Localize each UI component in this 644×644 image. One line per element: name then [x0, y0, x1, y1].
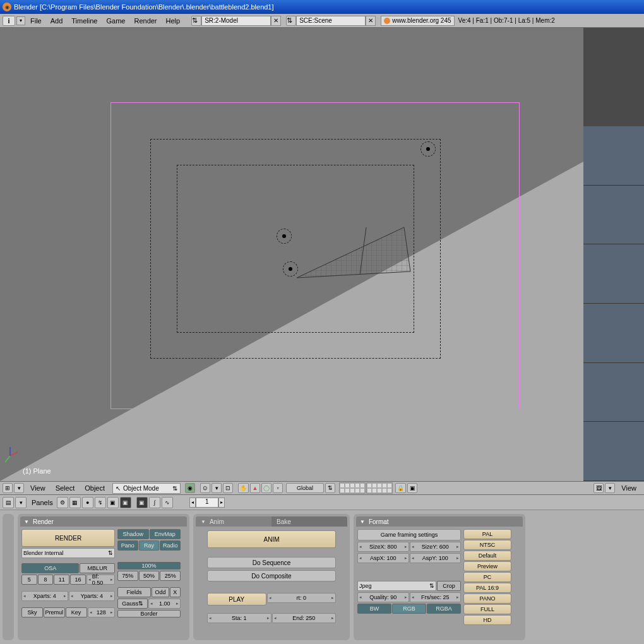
x-button[interactable]: X	[170, 587, 181, 597]
screen-close-icon[interactable]: ✕	[271, 16, 281, 26]
dropdown-icon[interactable]: ▾	[605, 483, 615, 493]
preset-hd[interactable]: HD	[463, 615, 511, 625]
rotate-icon[interactable]: ◯	[261, 483, 271, 493]
screen-selector[interactable]: ⇅ SR:2-Model ✕	[191, 16, 281, 26]
scale-icon[interactable]: ▫	[273, 483, 283, 493]
osa-button[interactable]: OSA	[21, 563, 79, 573]
render-context-icon[interactable]: ▣	[136, 497, 148, 508]
engine-selector[interactable]: Blender Internal⇅	[21, 548, 115, 558]
render-button[interactable]: RENDER	[21, 529, 115, 547]
scene-icon[interactable]: ▣	[120, 497, 131, 508]
odd-button[interactable]: Odd	[152, 587, 169, 597]
preset-preview[interactable]: Preview	[463, 561, 511, 571]
sound-context-icon[interactable]: ∿	[162, 497, 173, 508]
menu-view[interactable]: View	[30, 484, 45, 492]
script-icon[interactable]: ▦	[69, 497, 81, 508]
fields-button[interactable]: Fields	[117, 587, 151, 597]
tab-anim[interactable]: ▼Anim	[196, 516, 271, 527]
frame-next-icon[interactable]: ▸	[218, 498, 225, 508]
100pct-button[interactable]: 100%	[117, 562, 181, 569]
format-panel-header[interactable]: ▼Format	[356, 516, 523, 527]
bf-spinner[interactable]: Bf: 0.50	[86, 575, 115, 585]
tab-bake[interactable]: Bake	[271, 516, 347, 527]
preset-pano[interactable]: PANO	[463, 593, 511, 604]
window-type-icon[interactable]: ⊞	[3, 483, 13, 493]
preset-default[interactable]: Default	[463, 551, 511, 561]
rgba-button[interactable]: RGBA	[427, 604, 461, 614]
shading-icon[interactable]: ◉	[185, 483, 195, 493]
osa-11-button[interactable]: 11	[54, 575, 69, 585]
menu-select[interactable]: Select	[56, 484, 75, 492]
aspy-spinner[interactable]: AspY: 100	[410, 553, 462, 563]
shadow-button[interactable]: Shadow	[117, 529, 149, 539]
pivot-icon[interactable]: ⊙	[200, 483, 210, 493]
menu-add[interactable]: Add	[51, 17, 63, 25]
menu-game[interactable]: Game	[106, 17, 125, 25]
manipulator-icon[interactable]: ⊡	[223, 483, 233, 493]
menu-view-right[interactable]: View	[621, 484, 636, 492]
preset-ntsc[interactable]: NTSC	[463, 540, 511, 550]
do-sequence-button[interactable]: Do Sequence	[207, 557, 336, 568]
layer-buttons[interactable]	[339, 482, 393, 494]
dropdown-icon[interactable]: ▾	[16, 16, 25, 25]
aspx-spinner[interactable]: AspX: 100	[357, 553, 409, 563]
orientation-selector[interactable]: Global	[286, 483, 324, 493]
preset-pc[interactable]: PC	[463, 572, 511, 582]
ray-button[interactable]: Ray	[139, 540, 160, 551]
sta-spinner[interactable]: Sta: 1	[207, 613, 271, 623]
sizex-spinner[interactable]: SizeX: 800	[357, 542, 409, 552]
anim-context-icon[interactable]: ∫	[149, 497, 160, 508]
dropdown-icon[interactable]: ▾	[15, 497, 27, 508]
info-button[interactable]: i	[3, 16, 15, 26]
crop-button[interactable]: Crop	[437, 581, 461, 591]
blender-link[interactable]: www.blender.org 245	[381, 16, 454, 26]
dropdown-icon[interactable]: ⇅	[325, 483, 335, 493]
frame-prev-icon[interactable]: ◂	[189, 498, 196, 508]
scene-name[interactable]: SCE:Scene	[296, 16, 366, 26]
end-spinner[interactable]: End: 250	[272, 613, 337, 623]
shading-icon[interactable]: ●	[82, 497, 93, 508]
dropdown-icon[interactable]: ▾	[14, 483, 24, 493]
render-panel-header[interactable]: ▼Render	[20, 516, 187, 527]
yparts-spinner[interactable]: Yparts: 4	[69, 591, 116, 601]
osa-5-button[interactable]: 5	[21, 575, 37, 585]
lamp-marker[interactable]	[283, 261, 298, 277]
25pct-button[interactable]: 25%	[160, 571, 181, 581]
scene-browse-icon[interactable]: ⇅	[286, 16, 296, 26]
border-button[interactable]: Border	[117, 610, 181, 617]
mesh-plane[interactable]	[290, 215, 417, 290]
bw-button[interactable]: BW	[357, 604, 391, 614]
50pct-button[interactable]: 50%	[139, 571, 160, 581]
rgb-button[interactable]: RGB	[392, 604, 426, 614]
anim-button[interactable]: ANIM	[207, 530, 336, 548]
gauss-spinner[interactable]: 1.00	[148, 599, 181, 609]
osa-8-button[interactable]: 8	[38, 575, 54, 585]
render-border-icon[interactable]: ▣	[407, 483, 417, 493]
envmap-button[interactable]: EnvMap	[150, 529, 181, 539]
image-window-icon[interactable]: 🖼	[593, 483, 604, 493]
do-composite-button[interactable]: Do Composite	[207, 570, 336, 581]
viewport-3d[interactable]: (1) Plane	[0, 28, 583, 481]
xparts-spinner[interactable]: Xparts: 4	[21, 591, 68, 601]
radio-button[interactable]: Radio	[160, 540, 181, 551]
pivot-dropdown-icon[interactable]: ▾	[212, 483, 222, 493]
menu-file[interactable]: File	[30, 17, 42, 25]
preset-full[interactable]: FULL	[463, 604, 511, 614]
logic-icon[interactable]: ⚙	[57, 497, 68, 508]
window-type-icon[interactable]: ▤	[3, 497, 14, 508]
menu-help[interactable]: Help	[166, 17, 181, 25]
lock-icon[interactable]: 🔒	[395, 483, 406, 493]
key-button[interactable]: Key	[66, 607, 87, 617]
rt-spinner[interactable]: rt: 0	[267, 593, 337, 603]
menu-render[interactable]: Render	[134, 17, 157, 25]
mblur-button[interactable]: MBLUR	[80, 563, 115, 573]
scene-selector[interactable]: ⇅ SCE:Scene ✕	[286, 16, 376, 26]
hand-icon[interactable]: ✋	[238, 483, 249, 493]
osa-16-button[interactable]: 16	[70, 575, 86, 585]
menu-timeline[interactable]: Timeline	[71, 17, 97, 25]
editing-icon[interactable]: ▣	[107, 497, 119, 508]
translate-icon[interactable]: ▲	[250, 483, 260, 493]
sky-button[interactable]: Sky	[21, 607, 43, 617]
format-selector[interactable]: Jpeg⇅	[357, 581, 436, 591]
menu-object[interactable]: Object	[85, 484, 105, 492]
